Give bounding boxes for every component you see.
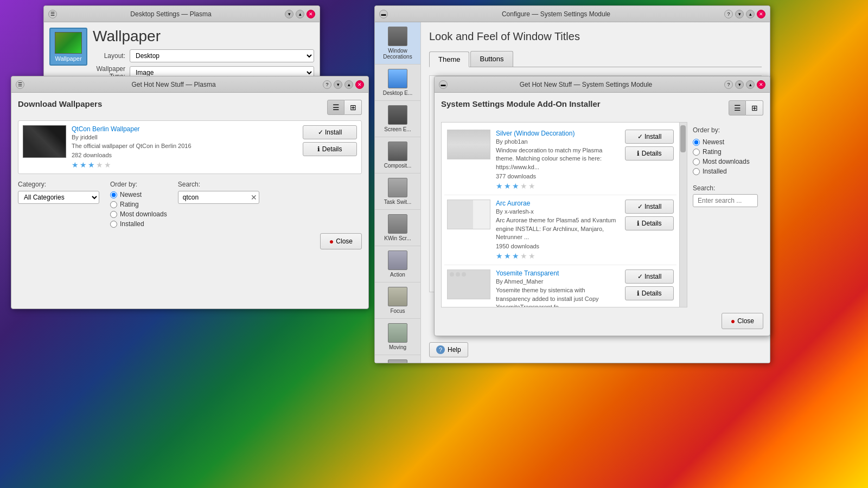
sidebar-task-label: Task Swit... (384, 199, 412, 205)
order-most-downloads[interactable]: Most downloads (110, 210, 167, 218)
tab-theme[interactable]: Theme (429, 52, 469, 67)
ghns-system-close-btn[interactable]: ✕ (757, 80, 765, 89)
search-input[interactable] (178, 191, 259, 204)
configure-titlebar: ▬ Configure — System Settings Module ? ▾… (375, 6, 770, 22)
arc-name[interactable]: Arc Aurorae (496, 200, 620, 207)
configure-close-btn[interactable]: ✕ (757, 10, 765, 18)
ghns-system-maximize-btn[interactable]: ▴ (746, 80, 755, 89)
close-btn[interactable]: ✕ (307, 10, 315, 18)
system-item-silver: Silver (Window Decoration) By phob1an Wi… (444, 125, 676, 195)
ghns-order-installed[interactable]: Installed (693, 168, 750, 175)
yosemite-details-btn[interactable]: ℹ Details (625, 286, 674, 300)
wallpaper-main-title: Wallpaper (93, 28, 314, 45)
ghns-system-menu-btn[interactable]: ▬ (439, 80, 448, 89)
configure-maximize-btn[interactable]: ▴ (746, 10, 755, 18)
order-rating-radio[interactable] (110, 201, 117, 208)
sidebar-item-action[interactable]: Action (375, 246, 420, 282)
silver-details-btn[interactable]: ℹ Details (625, 146, 674, 160)
minimize-btn[interactable]: ▾ (285, 10, 293, 18)
ghns-order-most-downloads-radio[interactable] (693, 158, 700, 165)
ghns-wallpaper-help-btn[interactable]: ? (323, 80, 331, 89)
ghns-order-newest[interactable]: Newest (693, 138, 750, 146)
star-4: ★ (96, 160, 103, 169)
silver-install-btn[interactable]: ✓ Install (625, 130, 674, 144)
item-author: By jriddell (72, 134, 297, 140)
yosemite-name[interactable]: Yosemite Transparent (496, 269, 620, 277)
ghns-order-newest-radio[interactable] (693, 139, 700, 146)
item-actions: ✓ Install ℹ Details (303, 125, 357, 169)
ghns-wallpaper-menu-btn[interactable]: ☰ (16, 80, 24, 89)
order-most-downloads-radio[interactable] (110, 211, 117, 218)
arc-star-2: ★ (504, 252, 511, 260)
arc-star-4: ★ (520, 252, 527, 260)
arc-thumb (447, 200, 490, 229)
sidebar-item-moving[interactable]: Moving (375, 319, 420, 355)
ghns-order-rating[interactable]: Rating (693, 148, 750, 156)
ghns-system-view-grid-btn[interactable]: ⊞ (746, 100, 763, 115)
details-btn[interactable]: ℹ Details (303, 142, 357, 156)
silver-name[interactable]: Silver (Window Decoration) (496, 130, 620, 137)
sidebar-item-advanced[interactable]: Advance... (375, 355, 420, 363)
sidebar-item-kwin[interactable]: KWin Scr... (375, 210, 420, 246)
ghns-system-help-btn[interactable]: ? (724, 80, 733, 89)
configure-menu-btn[interactable]: ▬ (379, 10, 388, 18)
desktop-settings-title: Desktop Settings — Plasma (57, 10, 285, 18)
install-btn[interactable]: ✓ Install (303, 125, 357, 139)
layout-select[interactable]: Desktop (130, 49, 314, 62)
sidebar-item-focus[interactable]: Focus (375, 282, 420, 319)
arc-info: Arc Aurorae By x-varlesh-x Arc Aurorae t… (496, 200, 620, 260)
ghns-order-most-downloads[interactable]: Most downloads (693, 158, 750, 165)
ghns-order-most-downloads-label: Most downloads (703, 158, 750, 165)
maximize-btn[interactable]: ▴ (296, 10, 304, 18)
configure-minimize-btn[interactable]: ▾ (735, 10, 744, 18)
ghns-wallpaper-close-btn[interactable]: ✕ (355, 80, 364, 89)
ghns-order-rating-label: Rating (703, 148, 722, 156)
item-name[interactable]: QtCon Berlin Wallpaper (72, 125, 297, 133)
order-newest-radio[interactable] (110, 191, 117, 198)
order-newest-label: Newest (120, 191, 142, 198)
titlebar-menu-btn[interactable]: ☰ (48, 10, 57, 18)
ghns-order-rating-radio[interactable] (693, 149, 700, 156)
screen-icon (388, 105, 407, 125)
view-list-btn[interactable]: ☰ (327, 100, 344, 115)
arc-details-btn[interactable]: ℹ Details (625, 216, 674, 230)
search-label: Search: (178, 181, 259, 188)
ghns-wallpaper-maximize-btn[interactable]: ▴ (344, 80, 353, 89)
ghns-wallpaper-minimize-btn[interactable]: ▾ (334, 80, 342, 89)
help-icon: ? (436, 345, 445, 354)
ghns-search-input[interactable] (693, 194, 758, 207)
ghns-order-installed-radio[interactable] (693, 168, 700, 175)
sidebar-item-composite[interactable]: Composit... (375, 137, 420, 174)
tab-buttons[interactable]: Buttons (470, 51, 513, 67)
help-button[interactable]: ? Help (429, 342, 468, 357)
search-clear-btn[interactable]: ✕ (251, 193, 257, 202)
configure-help-btn[interactable]: ? (724, 10, 733, 18)
sidebar-focus-label: Focus (390, 308, 405, 314)
ghns-system-close-button[interactable]: ● Close (722, 313, 763, 329)
ghns-system-minimize-btn[interactable]: ▾ (735, 80, 744, 89)
item-thumbnail-img (23, 126, 66, 157)
ghns-order-label: Order by: (693, 126, 720, 134)
moving-icon (388, 323, 407, 343)
sidebar-item-window-decorations[interactable]: Window Decorations (375, 22, 420, 65)
sidebar-item-screen[interactable]: Screen E... (375, 101, 420, 137)
ghns-wallpaper-close-button[interactable]: ● Close (320, 233, 362, 249)
sidebar-item-task[interactable]: Task Swit... (375, 174, 420, 210)
ghns-system-view-list-btn[interactable]: ☰ (729, 100, 746, 115)
system-item-arc: Arc Aurorae By x-varlesh-x Arc Aurorae t… (444, 195, 676, 265)
configure-titlebar-buttons: ? ▾ ▴ ✕ (724, 10, 765, 18)
wallpaper-icon-box[interactable]: Wallpaper (49, 28, 87, 66)
ghns-search-section: Search: (693, 184, 758, 207)
yosemite-install-btn[interactable]: ✓ Install (625, 269, 674, 284)
arc-install-btn[interactable]: ✓ Install (625, 200, 674, 214)
view-grid-btn[interactable]: ⊞ (344, 100, 362, 115)
help-label: Help (448, 346, 461, 354)
system-item-yosemite: Yosemite Transparent By Ahmed_Maher Yose… (444, 265, 676, 307)
items-scrollbar[interactable] (679, 123, 687, 307)
order-installed-radio[interactable] (110, 221, 117, 228)
order-newest[interactable]: Newest (110, 191, 167, 198)
category-select[interactable]: All Categories (18, 191, 99, 204)
order-installed[interactable]: Installed (110, 220, 167, 228)
order-rating[interactable]: Rating (110, 201, 167, 208)
sidebar-item-desktop[interactable]: Desktop E... (375, 65, 420, 101)
